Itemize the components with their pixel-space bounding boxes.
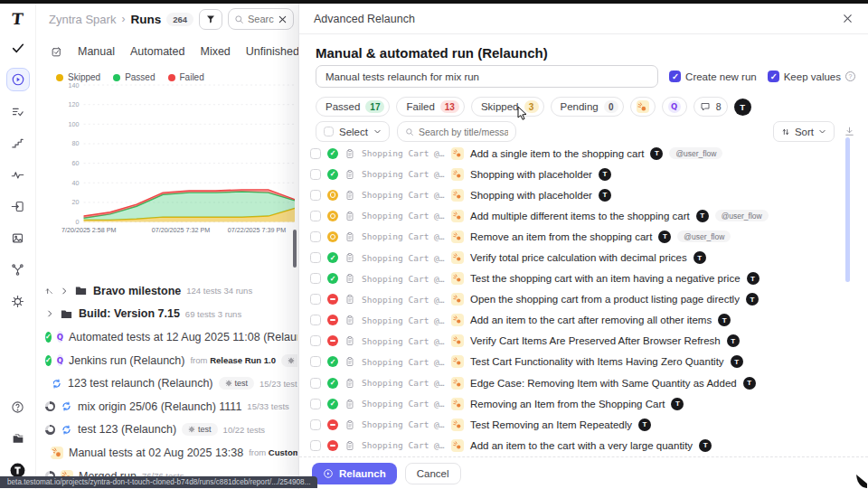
keep-values-option[interactable]: Keep values ?: [768, 71, 855, 82]
gear-icon[interactable]: [6, 289, 30, 313]
runs-tab[interactable]: Mixed: [200, 45, 230, 58]
test-suite[interactable]: Shopping Cart @…: [362, 440, 445, 450]
checklist-icon[interactable]: [6, 99, 30, 123]
test-row[interactable]: Shopping Cart @… Add multiple different …: [310, 205, 841, 226]
runs-search[interactable]: [228, 8, 294, 30]
test-row[interactable]: Shopping Cart @… Removing an Item from t…: [310, 393, 841, 414]
tree-item[interactable]: Q Manual tests at 02 Aug 2025 13:38 from…: [45, 441, 297, 465]
assignee-avatar[interactable]: T: [734, 99, 751, 116]
test-suite[interactable]: Shopping Cart @…: [362, 378, 445, 388]
manual-filter-chip[interactable]: [630, 97, 656, 117]
test-row[interactable]: Shopping Cart @… Test Cart Functionality…: [310, 352, 841, 372]
test-checkbox[interactable]: [310, 252, 321, 263]
tests-search[interactable]: [397, 121, 516, 142]
steps-icon[interactable]: [6, 131, 30, 155]
test-suite[interactable]: Shopping Cart @…: [362, 399, 445, 409]
tree-item[interactable]: Q mix origin 25/06 (Relaunch) 1111 15/33…: [45, 395, 297, 418]
import-box-icon[interactable]: [6, 194, 30, 218]
cancel-button[interactable]: Cancel: [405, 463, 461, 484]
test-suite[interactable]: Shopping Cart @…: [362, 231, 445, 241]
clear-search-icon[interactable]: [278, 14, 288, 24]
test-row[interactable]: Shopping Cart @… Verify Cart Items Are P…: [310, 331, 841, 352]
help-icon[interactable]: ?: [845, 71, 855, 81]
pulse-icon[interactable]: [6, 163, 30, 186]
status-filter-chip[interactable]: Pending 0: [551, 97, 624, 117]
runs-tab[interactable]: Unfinished: [246, 45, 299, 58]
tree-item[interactable]: Q Build: Version 7.15 69 tests 3 runs: [45, 303, 297, 326]
modal-scrollbar[interactable]: [845, 137, 850, 282]
test-suite[interactable]: Shopping Cart @…: [362, 357, 445, 367]
download-icon[interactable]: [844, 126, 855, 137]
test-suite[interactable]: Shopping Cart @…: [362, 419, 445, 429]
create-new-run-checkbox[interactable]: [669, 71, 681, 82]
create-new-run-option[interactable]: Create new run: [669, 71, 757, 82]
test-suite[interactable]: Shopping Cart @…: [362, 148, 445, 158]
branch-icon[interactable]: [6, 258, 30, 281]
test-suite[interactable]: Shopping Cart @…: [362, 315, 445, 325]
test-tag[interactable]: @user_flow: [715, 210, 769, 221]
test-suite[interactable]: Shopping Cart @…: [362, 211, 445, 221]
select-all-checkbox[interactable]: [324, 127, 334, 136]
test-suite[interactable]: Shopping Cart @…: [362, 336, 445, 346]
test-checkbox[interactable]: [310, 419, 321, 430]
test-checkbox[interactable]: [310, 190, 321, 201]
test-row[interactable]: Shopping Cart @… Shopping with placehold…: [310, 164, 841, 184]
test-checkbox[interactable]: [310, 315, 321, 325]
relaunch-button[interactable]: Relaunch: [312, 463, 397, 484]
test-row[interactable]: Shopping Cart @… Add an item to the cart…: [310, 435, 841, 456]
test-checkbox[interactable]: [310, 335, 321, 346]
test-checkbox[interactable]: [310, 169, 321, 180]
runs-tab[interactable]: Automated: [130, 45, 184, 58]
test-row[interactable]: Shopping Cart @… Verify total price calc…: [310, 247, 841, 268]
test-checkbox[interactable]: [310, 378, 321, 389]
test-row[interactable]: Shopping Cart @… Test the shopping cart …: [310, 268, 841, 289]
test-tag[interactable]: @user_flow: [677, 230, 731, 242]
runs-tab[interactable]: Manual: [78, 45, 115, 58]
filter-button[interactable]: [199, 9, 222, 30]
select-dropdown[interactable]: Select: [316, 121, 390, 142]
test-suite[interactable]: Shopping Cart @…: [362, 190, 445, 200]
left-panel-scrollbar[interactable]: [293, 230, 297, 268]
test-checkbox[interactable]: [310, 399, 321, 409]
test-suite[interactable]: Shopping Cart @…: [362, 169, 445, 179]
automated-filter-chip[interactable]: Q: [662, 97, 687, 117]
status-filter-chip[interactable]: Passed 17: [316, 97, 390, 117]
select-runs-icon[interactable]: [51, 46, 62, 58]
status-filter-chip[interactable]: Skipped 3: [471, 97, 544, 117]
test-checkbox[interactable]: [310, 231, 321, 242]
tree-item[interactable]: Q test 123 (Relaunch) test 10/22 tests: [45, 418, 297, 442]
tests-search-input[interactable]: [419, 127, 508, 137]
test-row[interactable]: Shopping Cart @… Add a single item to th…: [310, 143, 841, 164]
test-suite[interactable]: Shopping Cart @…: [362, 253, 445, 263]
help-icon[interactable]: [6, 395, 30, 418]
projects-icon[interactable]: [6, 427, 30, 450]
chevron-right-icon[interactable]: [45, 309, 54, 318]
test-row[interactable]: Shopping Cart @… Open the shopping cart …: [310, 289, 841, 310]
test-checkbox[interactable]: [310, 356, 321, 367]
sort-dropdown[interactable]: Sort: [773, 121, 835, 142]
drag-handle-icon[interactable]: [45, 286, 54, 296]
test-row[interactable]: Shopping Cart @… Add an item to the cart…: [310, 310, 841, 331]
runs-play-icon[interactable]: [6, 68, 30, 91]
tree-item[interactable]: Q Automated tests at 12 Aug 2025 11:08 (…: [45, 325, 297, 349]
test-checkbox[interactable]: [310, 273, 321, 284]
close-icon[interactable]: [842, 13, 854, 24]
test-checkbox[interactable]: [310, 294, 321, 305]
tree-item[interactable]: Q 123 test relaunch (Relaunch) test 15/2…: [45, 371, 297, 395]
runs-search-input[interactable]: [248, 14, 274, 24]
tests-check-icon[interactable]: [6, 36, 30, 60]
test-tag[interactable]: @user_flow: [669, 147, 722, 159]
comments-filter-chip[interactable]: 8: [693, 97, 728, 117]
tree-item[interactable]: Q Bravo milestone 124 tests 34 runs: [45, 279, 297, 303]
test-checkbox[interactable]: [310, 148, 321, 159]
tree-item[interactable]: Q Jenkins run (Relaunch) from Release Ru…: [45, 349, 297, 372]
test-suite[interactable]: Shopping Cart @…: [362, 274, 445, 284]
status-filter-chip[interactable]: Failed 13: [396, 97, 464, 117]
image-icon[interactable]: [6, 226, 30, 249]
test-row[interactable]: Shopping Cart @… Remove an item from the…: [310, 226, 841, 247]
test-row[interactable]: Shopping Cart @… Edge Case: Removing Ite…: [310, 372, 841, 393]
run-name-input[interactable]: [316, 65, 658, 88]
test-checkbox[interactable]: [310, 211, 321, 221]
test-row[interactable]: Shopping Cart @… Shopping with placehold…: [310, 184, 841, 205]
breadcrumb-project[interactable]: Zyntra Spark: [49, 13, 116, 26]
